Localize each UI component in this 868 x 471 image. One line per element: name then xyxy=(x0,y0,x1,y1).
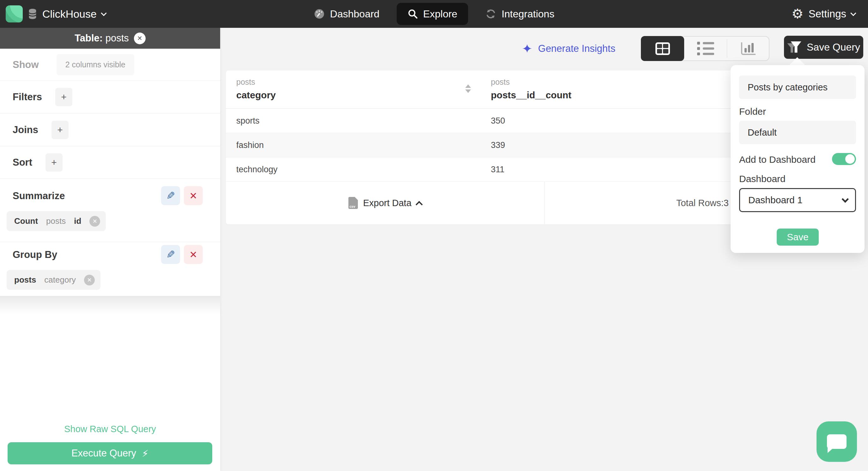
generate-insights-link[interactable]: ✦ Generate Insights xyxy=(522,41,615,56)
save-button[interactable]: Save xyxy=(777,229,819,246)
sort-label: Sort xyxy=(12,157,32,168)
column-group: posts xyxy=(236,78,276,87)
filter-funnel-icon xyxy=(787,41,802,54)
search-icon xyxy=(407,8,418,19)
tab-explore[interactable]: Explore xyxy=(396,3,468,25)
add-filter-button[interactable]: + xyxy=(55,88,72,106)
cell-count: 339 xyxy=(491,140,505,150)
folder-input[interactable] xyxy=(739,121,856,144)
summarize-section: Summarize ✎ ✕ Count posts id ✕ xyxy=(0,179,220,242)
speech-bubble-icon xyxy=(827,434,846,449)
app-logo xyxy=(6,5,23,23)
tab-integrations[interactable]: Integrations xyxy=(482,3,558,25)
edit-summarize-button[interactable]: ✎ xyxy=(161,186,180,205)
remove-summarize-chip-button[interactable]: ✕ xyxy=(89,216,100,227)
gear-icon: ⚙ xyxy=(792,7,804,21)
chart-view-icon xyxy=(741,42,755,55)
chevron-up-icon xyxy=(415,201,423,208)
add-sort-button[interactable]: + xyxy=(45,153,63,172)
pencil-icon: ✎ xyxy=(166,248,175,261)
column-header-count: posts posts__id__count xyxy=(491,78,571,100)
folder-label: Folder xyxy=(739,106,766,117)
filters-section: Filters + xyxy=(0,81,220,114)
show-section: Show 2 columns visible xyxy=(0,49,220,81)
save-query-button[interactable]: Save Query xyxy=(784,36,863,59)
remove-group-by-chip-button[interactable]: ✕ xyxy=(84,275,95,286)
gauge-icon xyxy=(314,8,325,20)
main-nav: Dashboard Explore Integrations xyxy=(310,0,558,28)
pencil-icon: ✎ xyxy=(166,189,175,202)
dashboard-select[interactable]: Dashboard 1 xyxy=(739,188,856,212)
query-name-input[interactable] xyxy=(739,76,856,99)
save-query-popover: Folder Add to Dashboard Dashboard Dashbo… xyxy=(731,65,865,253)
chip-column: category xyxy=(44,275,76,285)
total-rows-label: Total Rows: xyxy=(676,198,724,208)
chevron-down-icon xyxy=(850,10,856,16)
table-row: sports 350 xyxy=(226,109,736,133)
top-navbar: ClickHouse Dashboard Explore xyxy=(0,0,868,28)
delete-group-by-button[interactable]: ✕ xyxy=(184,245,203,264)
chip-table: posts xyxy=(14,275,36,285)
scroll-shadow xyxy=(0,296,220,316)
execute-query-button[interactable]: Execute Query ⚡ xyxy=(7,442,212,464)
database-icon xyxy=(28,8,37,20)
csv-label: csv xyxy=(349,205,355,208)
show-raw-sql-link[interactable]: Show Raw SQL Query xyxy=(0,424,220,434)
joins-label: Joins xyxy=(12,124,38,136)
view-list-button[interactable] xyxy=(684,37,727,60)
footer-divider xyxy=(544,182,545,224)
delete-summarize-button[interactable]: ✕ xyxy=(184,186,203,205)
dashboard-label: Dashboard xyxy=(739,174,785,184)
chevron-down-icon xyxy=(101,10,106,16)
table-header-bar: Table: posts ✕ xyxy=(0,28,220,49)
sync-icon xyxy=(485,8,497,20)
app-window: ClickHouse Dashboard Explore xyxy=(0,0,868,471)
filters-label: Filters xyxy=(12,91,42,103)
total-rows: Total Rows:3 xyxy=(676,182,729,224)
view-chart-button[interactable] xyxy=(727,37,770,60)
chip-table: posts xyxy=(46,216,66,226)
export-data-button[interactable]: csv Export Data xyxy=(226,182,544,224)
summarize-label: Summarize xyxy=(12,190,65,202)
group-by-label: Group By xyxy=(12,249,57,261)
group-by-section: Group By ✎ ✕ posts category ✕ xyxy=(0,242,220,296)
cell-category: technology xyxy=(236,165,278,175)
column-group: posts xyxy=(491,78,571,87)
add-join-button[interactable]: + xyxy=(52,121,68,139)
chip-column: id xyxy=(74,216,81,226)
edit-group-by-button[interactable]: ✎ xyxy=(161,245,180,264)
table-view-icon xyxy=(655,42,670,55)
view-table-button[interactable] xyxy=(641,36,684,61)
remove-table-button[interactable]: ✕ xyxy=(134,33,146,44)
database-name: ClickHouse xyxy=(42,8,97,20)
summarize-chip: Count posts id ✕ xyxy=(7,211,106,231)
chat-widget-button[interactable] xyxy=(816,421,857,462)
table-row: fashion 339 xyxy=(226,133,736,157)
cell-category: sports xyxy=(236,116,260,126)
lightning-icon: ⚡ xyxy=(142,448,149,459)
group-by-chip: posts category ✕ xyxy=(7,270,100,290)
chip-aggregation: Count xyxy=(14,216,38,226)
sort-toggle-icon[interactable] xyxy=(465,84,471,93)
chevron-down-icon xyxy=(842,196,849,203)
dashboard-selected-value: Dashboard 1 xyxy=(748,195,803,205)
settings-menu[interactable]: ⚙ Settings xyxy=(792,0,856,28)
total-rows-value: 3 xyxy=(724,198,729,208)
sparkle-icon: ✦ xyxy=(522,42,532,55)
database-selector[interactable]: ClickHouse xyxy=(6,0,106,28)
list-view-icon xyxy=(697,42,714,55)
settings-label: Settings xyxy=(809,8,846,20)
table-footer: csv Export Data Total Rows:3 xyxy=(226,182,736,224)
toggle-knob xyxy=(845,154,855,164)
cell-category: fashion xyxy=(236,140,264,150)
add-to-dashboard-label: Add to Dashboard xyxy=(739,154,815,165)
tab-dashboard-label: Dashboard xyxy=(330,8,380,20)
joins-section: Joins + xyxy=(0,114,220,146)
cell-count: 311 xyxy=(491,165,504,175)
csv-file-icon: csv xyxy=(348,197,358,209)
table-header-prefix: Table: xyxy=(74,33,103,43)
tab-dashboard[interactable]: Dashboard xyxy=(310,3,383,25)
tab-explore-label: Explore xyxy=(423,8,457,20)
columns-visible-button[interactable]: 2 columns visible xyxy=(57,54,134,75)
add-to-dashboard-toggle[interactable] xyxy=(832,153,856,165)
